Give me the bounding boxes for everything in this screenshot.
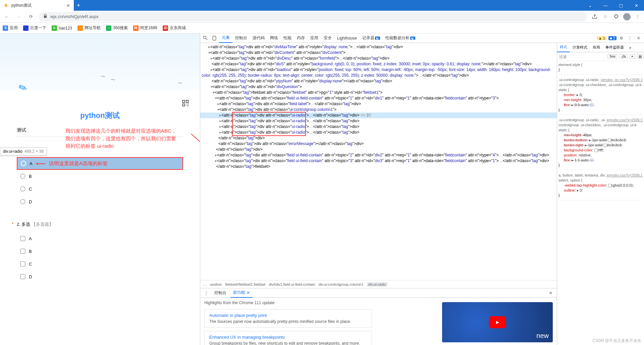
breadcrumb-item[interactable]: uestion: [210, 282, 222, 286]
cls-toggle[interactable]: .cls: [619, 54, 628, 59]
dom-node[interactable]: ▸<attr-n">class="tag">div attr-n">id="lo…: [200, 67, 557, 78]
minimize-icon[interactable]: —: [598, 0, 613, 11]
lock-icon: [43, 14, 48, 19]
dom-node[interactable]: <attr-n">class="tag">div attr-n">id="div…: [200, 61, 557, 67]
maximize-icon[interactable]: ▢: [613, 0, 629, 11]
bookmark-star-icon[interactable]: ☆: [602, 13, 609, 20]
dom-node[interactable]: ▸<attr-n">class="tag">div attr-n">class=…: [200, 152, 557, 158]
back-button[interactable]: ←: [3, 13, 11, 21]
option-row[interactable]: B: [17, 170, 183, 183]
bookmark-item[interactable]: ○360搜索: [106, 25, 128, 31]
dom-node[interactable]: ▸<attr-n">class="tag">div attr-n">id="di…: [200, 44, 557, 50]
option-row[interactable]: D: [17, 270, 183, 283]
devtools-tab[interactable]: 性能数据分析 ⬕: [383, 33, 418, 43]
breadcrumb-item[interactable]: div#div1.field.ui-field-contain: [269, 282, 315, 286]
close-icon[interactable]: ✕: [66, 3, 70, 8]
computed-toggle-icon[interactable]: ▤: [637, 54, 643, 59]
dom-node[interactable]: ▾<attr-n">class="tag">div attr-n">id="di…: [200, 50, 557, 56]
drawer-tab-console[interactable]: 控制台: [212, 288, 229, 298]
devtools-tab[interactable]: 网络: [267, 33, 281, 43]
devtools-tab[interactable]: 性能: [281, 33, 294, 43]
dom-node[interactable]: ▾<attr-n">class="tag">fieldset attr-n">c…: [200, 90, 557, 95]
dom-node[interactable]: </attr-n">class="tag">fieldset>: [200, 164, 557, 169]
devtools-tab[interactable]: 源代码: [250, 33, 267, 43]
dropdown-icon[interactable]: ⌄: [582, 0, 598, 11]
breadcrumb-item[interactable]: fieldset#fieldset1.fieldset: [225, 282, 265, 286]
option-row[interactable]: D: [17, 195, 183, 208]
share-icon[interactable]: [591, 13, 598, 20]
close-window-icon[interactable]: ✕: [629, 0, 644, 11]
add-rule-icon[interactable]: +: [630, 54, 635, 59]
forward-button[interactable]: →: [15, 13, 23, 21]
devtools-tab[interactable]: 应用: [308, 33, 321, 43]
styles-tab[interactable]: 事件监听器: [603, 43, 627, 52]
devtools-tab[interactable]: 内存: [294, 33, 308, 43]
breadcrumb-item[interactable]: div.ui-radio: [367, 282, 387, 287]
option-a-highlighted[interactable]: A ⟵ 说明这里就是A选项的标签: [17, 157, 183, 170]
devtools-tab[interactable]: Lighthouse: [334, 33, 360, 43]
filter-input[interactable]: [559, 55, 605, 59]
hov-toggle[interactable]: :hov: [607, 54, 617, 59]
bookmark-item[interactable]: JD京东商城: [163, 25, 186, 31]
styles-tab[interactable]: 计算样式: [570, 43, 590, 52]
devtools-tab[interactable]: 元素: [219, 33, 232, 43]
extensions-icon[interactable]: [612, 13, 620, 20]
inspect-icon[interactable]: [202, 36, 210, 41]
device-toggle-icon[interactable]: [210, 36, 218, 41]
bookmark-item[interactable]: ⌂网址导航: [77, 25, 101, 31]
option-row[interactable]: C: [17, 183, 183, 195]
dom-node[interactable]: ▾<attr-n">class="tag">div attr-n">class=…: [200, 95, 557, 101]
dom-node[interactable]: ▾<attr-n">class="tag">div attr-n">id="di…: [200, 84, 557, 90]
kebab-icon[interactable]: ⋮: [202, 291, 210, 295]
bookmark-item[interactable]: hhao123: [52, 25, 72, 31]
styles-rules[interactable]: element.style {}jqmobo_pc.css?v=2936:1.u…: [557, 61, 644, 345]
browser-tab[interactable]: python测试 ✕: [0, 0, 74, 11]
dom-tree[interactable]: ▸<attr-n">class="tag">div attr-n">id="di…: [200, 43, 557, 280]
devtools-tab[interactable]: 控制台: [232, 33, 250, 43]
option-row[interactable]: B: [17, 245, 183, 258]
dom-node[interactable]: <attr-n">class="tag">div attr-n">class="…: [200, 141, 557, 147]
kebab-icon[interactable]: ⋮: [626, 36, 634, 41]
dom-node[interactable]: </attr-n">class="tag">div>: [200, 147, 557, 152]
watermark: CSDN @不当王多鱼不改名: [592, 338, 641, 344]
styles-tab[interactable]: 样式: [557, 43, 570, 52]
warning-badge[interactable]: ▲ 1: [597, 36, 606, 40]
drawer-tab-whatsnew[interactable]: 新功能 ✕: [230, 288, 253, 298]
dom-node[interactable]: ▾<attr-n">class="tag">div attr-n">class=…: [200, 107, 557, 113]
reload-button[interactable]: ⟳: [27, 13, 35, 21]
bookmark-item[interactable]: 🐾百度一下: [23, 25, 46, 31]
dom-node[interactable]: ▸<attr-n">class="tag">div attr-n">class=…: [200, 118, 557, 124]
url-input[interactable]: wjx.cn/vm/hiQpVeR.aspx: [39, 12, 587, 21]
update-card[interactable]: Enhanced UX in managing breakpointsGroup…: [204, 331, 372, 345]
dom-node[interactable]: <attr-n">class="tag">div attr-n">id="yty…: [200, 78, 557, 84]
more-tabs-icon[interactable]: »: [627, 43, 634, 52]
bookmark-item[interactable]: ⠿应用: [3, 25, 18, 31]
close-drawer-icon[interactable]: ✕: [547, 291, 555, 295]
tooltip-selector: div.ui-radio: [3, 149, 22, 154]
dom-node[interactable]: ▸<attr-n">class="tag">div attr-n">id="di…: [200, 56, 557, 61]
dom-breadcrumb[interactable]: …uestionfieldset#fieldset1.fieldsetdiv#d…: [200, 280, 557, 288]
new-tab-button[interactable]: +: [74, 0, 83, 11]
close-devtools-icon[interactable]: ✕: [635, 36, 643, 41]
dom-node[interactable]: ▸<attr-n">class="tag">div attr-n">class=…: [200, 113, 557, 118]
breadcrumb-item[interactable]: div.ui-controlgroup.column1: [319, 282, 364, 286]
dom-node[interactable]: ▸<attr-n">class="tag">div attr-n">class=…: [200, 124, 557, 130]
video-promo[interactable]: ▶ new: [442, 302, 553, 342]
profile-avatar[interactable]: [623, 13, 631, 20]
update-card[interactable]: Automatic in place pretty printThe Sourc…: [204, 309, 372, 328]
breadcrumb-item[interactable]: …: [203, 282, 207, 286]
option-row[interactable]: C: [17, 258, 183, 270]
dom-node[interactable]: ▸<attr-n">class="tag">div attr-n">class=…: [200, 158, 557, 164]
info-badge[interactable]: ■ 2: [608, 36, 616, 40]
dom-node[interactable]: ▸<attr-n">class="tag">div attr-n">class=…: [200, 130, 557, 135]
dom-node[interactable]: </attr-n">class="tag">div>: [200, 135, 557, 141]
devtools-tab[interactable]: 记录器 ⬕: [360, 33, 383, 43]
menu-icon[interactable]: ⋮: [634, 13, 641, 20]
option-label: A: [30, 161, 33, 166]
gear-icon[interactable]: ⚙: [617, 36, 625, 41]
bookmark-item[interactable]: 阿阿里1688: [133, 25, 157, 31]
devtools-tab[interactable]: 安全: [321, 33, 334, 43]
styles-tab[interactable]: 布局: [590, 43, 603, 52]
option-row[interactable]: A: [17, 232, 183, 245]
dom-node[interactable]: ▸<attr-n">class="tag">div attr-n">class=…: [200, 101, 557, 107]
